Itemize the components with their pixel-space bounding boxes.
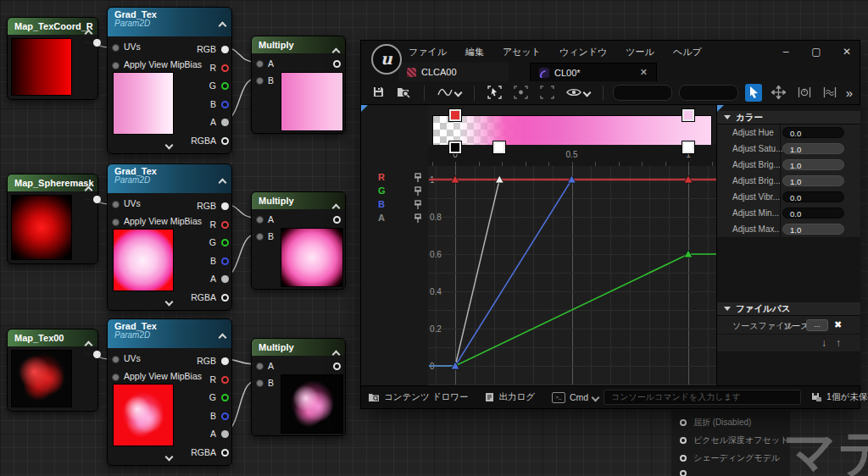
input-pin-UVs[interactable]: [112, 44, 120, 52]
node-grad_tex-1[interactable]: Grad_TexParam2DUVsApply View MipBiasRGBR…: [107, 7, 232, 154]
collapse-chevron[interactable]: [220, 332, 225, 342]
output-pin[interactable]: [93, 196, 101, 203]
node-multiply-2[interactable]: MultiplyAB: [251, 36, 346, 134]
collapse-chevron[interactable]: [220, 177, 225, 187]
detail-value-field[interactable]: 1.0: [782, 143, 844, 154]
input-pin-B[interactable]: [256, 379, 264, 387]
menu-item-編集[interactable]: 編集: [465, 46, 484, 58]
menu-item-ファイル[interactable]: ファイル: [409, 46, 447, 58]
collapse-chevron[interactable]: [333, 199, 339, 209]
output-pin-RGBA[interactable]: [221, 294, 229, 302]
channel-label-A[interactable]: A: [378, 213, 385, 223]
detail-value-field[interactable]: 0.0: [782, 208, 844, 219]
time-ruler[interactable]: 00.51: [428, 145, 717, 167]
node-map_texcoord_r-0[interactable]: Map_TexCoord_R: [7, 17, 98, 100]
node-header[interactable]: Map_Spheremask: [8, 174, 97, 191]
node-header[interactable]: Multiply: [252, 192, 345, 209]
node-multiply-5[interactable]: MultiplyAB: [251, 191, 346, 290]
output-pin-RGB[interactable]: [221, 46, 229, 53]
pin-ring-icon[interactable]: [680, 419, 687, 426]
gradient-color-key-0[interactable]: [449, 109, 461, 121]
curve-B[interactable]: [429, 180, 716, 366]
input-pin-UVs[interactable]: [112, 356, 120, 363]
input-pin-A[interactable]: [256, 216, 264, 224]
output-pin-RGBA[interactable]: [221, 137, 229, 145]
channel-label-B[interactable]: B: [378, 199, 385, 209]
output-pin-G[interactable]: [221, 394, 229, 401]
pin-icon[interactable]: [414, 200, 422, 210]
node-grad_tex-4[interactable]: Grad_TexParam2DUVsApply View MipBiasRGBR…: [107, 163, 232, 311]
frame-cursor-button[interactable]: [485, 84, 504, 102]
curve-graph[interactable]: 10.80.60.40.20: [428, 166, 717, 385]
section-header-color[interactable]: カラー: [717, 111, 860, 125]
input-pin-Apply View MipBias[interactable]: [112, 219, 120, 226]
detail-value-field[interactable]: 1.0: [782, 224, 844, 235]
reimport-down-icon[interactable]: ↓: [821, 337, 826, 349]
menu-item-アセット[interactable]: アセット: [503, 46, 541, 58]
node-grad_tex-7[interactable]: Grad_TexParam2DUVsApply View MipBiasRGBR…: [107, 318, 232, 466]
minimize-button[interactable]: –: [780, 46, 792, 58]
gradient-alpha-key-0[interactable]: [449, 141, 461, 153]
output-pin[interactable]: [333, 363, 341, 370]
input-pin-B[interactable]: [256, 77, 264, 85]
menu-item-ウィンドウ[interactable]: ウィンドウ: [559, 46, 607, 58]
node-header[interactable]: Grad_TexParam2D: [108, 164, 231, 193]
close-button[interactable]: ✕: [841, 46, 853, 58]
pin-ring-icon[interactable]: [680, 470, 687, 476]
node-multiply-8[interactable]: MultiplyAB: [251, 338, 346, 436]
collapse-chevron[interactable]: [86, 181, 92, 191]
node-header[interactable]: Grad_TexParam2D: [108, 8, 231, 36]
maximize-button[interactable]: ▢: [810, 46, 822, 58]
channel-label-R[interactable]: R: [378, 172, 385, 182]
node-header[interactable]: Grad_TexParam2D: [108, 319, 231, 348]
channel-label-G[interactable]: G: [378, 185, 386, 196]
output-pin[interactable]: [333, 216, 341, 224]
tab-close-icon[interactable]: ✕: [640, 67, 648, 78]
tab-CLCA00[interactable]: CLCA00: [398, 63, 509, 81]
node-map_spheremask-3[interactable]: Map_Spheremask: [7, 174, 98, 264]
gradient-preview-bar[interactable]: [432, 115, 712, 147]
detail-value-field[interactable]: 1.0: [782, 159, 844, 170]
unsaved-assets-button[interactable]: 1個が未保存です: [811, 391, 868, 403]
input-pin-B[interactable]: [256, 233, 264, 241]
output-pin-G[interactable]: [221, 239, 229, 246]
output-pin-RGB[interactable]: [221, 357, 229, 365]
frame-empty-button[interactable]: [537, 84, 557, 102]
node-map_tex00-6[interactable]: Map_Tex00: [7, 329, 98, 412]
output-pin-A[interactable]: [221, 275, 229, 283]
toolbar-input-11[interactable]: [679, 85, 738, 101]
output-pin-B[interactable]: [221, 257, 229, 265]
input-pin-Apply View MipBias[interactable]: [112, 374, 120, 381]
output-pin-R[interactable]: [221, 221, 229, 229]
detail-value-field[interactable]: 0.0: [782, 127, 844, 138]
input-pin-UVs[interactable]: [112, 201, 120, 208]
cmd-dropdown[interactable]: >_ Cmd: [552, 392, 598, 403]
expand-chevron[interactable]: [166, 140, 172, 150]
output-pin-B[interactable]: [221, 101, 229, 108]
node-header[interactable]: Multiply: [252, 36, 345, 53]
expand-chevron[interactable]: [166, 451, 172, 462]
collapse-chevron[interactable]: [86, 336, 92, 346]
curve-G[interactable]: [429, 254, 716, 366]
menu-item-ツール[interactable]: ツール: [626, 46, 654, 58]
output-pin-A[interactable]: [221, 119, 229, 126]
output-pin[interactable]: [93, 351, 101, 358]
input-pin-A[interactable]: [256, 363, 264, 370]
output-pin[interactable]: [93, 39, 101, 47]
save-button[interactable]: [370, 84, 387, 102]
detail-value-field[interactable]: 1.0: [782, 175, 844, 186]
select-button[interactable]: [745, 84, 762, 102]
window-titlebar[interactable]: u ファイル編集アセットウィンドウツールヘルプ – ▢ ✕: [361, 41, 860, 63]
output-log-button[interactable]: 出力ログ: [485, 391, 535, 403]
pin-icon[interactable]: [414, 186, 422, 196]
pan-button[interactable]: [769, 84, 788, 102]
pin-ring-icon[interactable]: [680, 437, 687, 444]
browse-button[interactable]: [394, 85, 414, 102]
output-pin[interactable]: [333, 60, 341, 68]
clear-path-icon[interactable]: ✖: [834, 319, 842, 330]
input-pin-A[interactable]: [256, 60, 264, 68]
browse-path-button[interactable]: ...: [806, 319, 828, 331]
gradient-alpha-key-1[interactable]: [493, 141, 505, 153]
frame-key-button[interactable]: [511, 84, 531, 102]
normalize-button[interactable]: [821, 85, 839, 102]
